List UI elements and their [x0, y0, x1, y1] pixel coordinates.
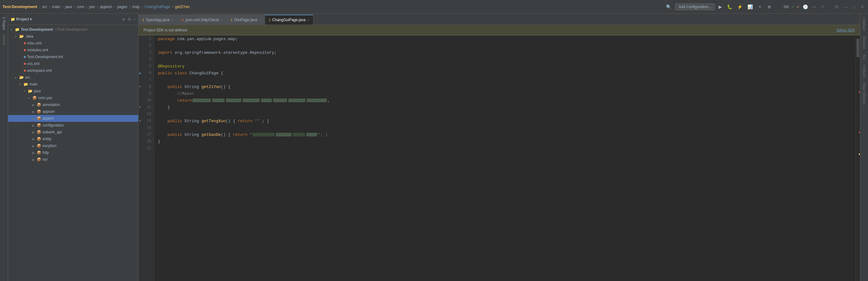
tree-item-configuration[interactable]: ▶ 📦 configuration: [8, 122, 138, 129]
sidebar-right-structure[interactable]: Structure: [862, 34, 866, 52]
redacted-1: [192, 99, 211, 102]
tree-label-ocr: ocr: [42, 157, 48, 162]
coverage-icon[interactable]: ⚡: [736, 4, 744, 10]
tab-pom[interactable]: m pom.xml (httpClient) ×: [177, 15, 226, 25]
panel-gear-icon[interactable]: ⚙: [127, 17, 131, 22]
tree-item-workspace[interactable]: ■ workspace.xml: [8, 67, 138, 74]
tree-label-excption: excption: [42, 144, 57, 148]
ln-9: 9: [138, 90, 154, 97]
project-panel: 📁 Project ▾ ⊕ ⚙ − ▾ 📁 Test-Development ~…: [8, 14, 138, 281]
sidebar-right-database[interactable]: Database: [862, 15, 866, 33]
tree-root-path: ~/Test-Development: [54, 27, 87, 32]
tab-icon-ditu: J: [230, 18, 232, 22]
breadcrumb-pages[interactable]: pages: [117, 5, 127, 9]
tree-label-workspace: workspace.xml: [27, 68, 52, 73]
git-revert-icon[interactable]: ↩: [811, 4, 817, 10]
tree-item-misc[interactable]: ■ misc.xml: [8, 40, 138, 47]
fold-icon-11[interactable]: ▼: [139, 106, 141, 109]
fold-icon-8[interactable]: ▼: [139, 85, 141, 89]
run-icon[interactable]: ▶: [717, 4, 723, 10]
tree-item-root[interactable]: ▾ 📁 Test-Development ~/Test-Development: [8, 26, 138, 33]
tree-item-modules[interactable]: ■ modules.xml: [8, 47, 138, 53]
sidebar-right-ant[interactable]: Ant: [862, 52, 866, 61]
project-dropdown-icon[interactable]: 📁: [10, 17, 15, 22]
minimize-button[interactable]: —: [842, 4, 849, 10]
ln-17: 17: [138, 131, 154, 138]
tree-item-idea[interactable]: ▾ 📂 .idea: [8, 33, 138, 40]
tree-item-iml[interactable]: ■ Test-Development.iml: [8, 53, 138, 60]
code-line-16: [154, 124, 856, 131]
breadcrumb-class[interactable]: ChangGuiPage: [145, 5, 170, 9]
git-check-icon[interactable]: ✓: [792, 5, 795, 9]
tree-item-vcs[interactable]: ■ vcs.xml: [8, 60, 138, 67]
tree-item-http[interactable]: ▶ 📦 http: [8, 149, 138, 156]
tree-root-label: Test-Development: [21, 27, 53, 32]
git-push-icon[interactable]: ↗: [819, 4, 826, 10]
sdk-warning-text: Project SDK is not defined: [144, 28, 837, 32]
git-history-icon[interactable]: 🕐: [802, 4, 809, 10]
search-everywhere-icon[interactable]: 🔍: [665, 4, 673, 10]
breadcrumb-method[interactable]: getZiYan: [175, 5, 189, 9]
breadcrumb-java[interactable]: java: [65, 5, 72, 9]
panel-add-icon[interactable]: ⊕: [122, 17, 125, 22]
git-warning-icon[interactable]: ✓: [797, 5, 800, 9]
editor-scrollbar[interactable]: [856, 35, 860, 281]
code-editor[interactable]: 1 2 3 4 5 6 ◉ 7 8 ▼ 9 10 11 ▼: [138, 35, 860, 281]
fold-icon-13[interactable]: ▼: [139, 119, 141, 123]
redacted-gaode-1: [253, 133, 275, 137]
tab-close-ditu[interactable]: ×: [259, 18, 261, 22]
code-content[interactable]: package com.yan.appium.pages.map; import…: [154, 35, 856, 281]
project-dropdown-arrow[interactable]: ▾: [30, 17, 32, 22]
project-name: Test-Development: [2, 4, 37, 9]
tree-item-ocr[interactable]: ▶ 📦 ocr: [8, 156, 138, 163]
tab-changui[interactable]: J ChangGuiPage.java ×: [265, 15, 313, 25]
sidebar-item-commit[interactable]: Commit: [2, 32, 6, 47]
setup-sdk-button[interactable]: Setup SDK: [837, 28, 855, 32]
tree-item-aspect[interactable]: ▶ 📦 aspect: [8, 115, 138, 122]
sidebar-right-bean[interactable]: Bean Validation: [862, 81, 866, 107]
panel-collapse-icon[interactable]: −: [133, 17, 136, 22]
profile-icon[interactable]: 📊: [746, 4, 754, 10]
tab-ditu[interactable]: J DituPage.java ×: [227, 15, 265, 25]
tab-close-changui[interactable]: ×: [308, 18, 309, 22]
gutter-icon-6[interactable]: ◉: [139, 72, 141, 75]
breadcrumb-main[interactable]: main: [52, 5, 60, 9]
tab-label-changui: ChangGuiPage.java: [272, 18, 305, 22]
debug-icon[interactable]: 🐛: [726, 4, 734, 10]
tree-item-java[interactable]: ▾ 📂 java: [8, 88, 138, 94]
breadcrumb-appium[interactable]: appium: [100, 5, 112, 9]
redacted-gaode-4: [306, 133, 317, 137]
scrollbar-thumb[interactable]: [857, 38, 859, 57]
sidebar-right-maven[interactable]: m Maven: [862, 62, 866, 80]
maximize-button[interactable]: □: [852, 4, 857, 10]
tree-label-eabank: eabank_api: [42, 130, 62, 134]
ln-5: 5: [138, 63, 154, 69]
tree-label-annotation: annotation: [42, 103, 60, 107]
tree-item-appium[interactable]: ▶ 📦 appium: [8, 108, 138, 115]
stop-icon[interactable]: ⏹: [766, 4, 773, 10]
sidebar-item-project[interactable]: 1: Project: [2, 15, 6, 32]
breadcrumb-yan[interactable]: yan: [89, 5, 95, 9]
tree-item-excption[interactable]: ▶ 📦 excption: [8, 142, 138, 149]
tree-label-main: main: [30, 82, 38, 86]
close-button[interactable]: ✕: [859, 4, 866, 10]
add-configuration-button[interactable]: Add Configuration...: [675, 3, 715, 10]
settings-icon[interactable]: ⚙: [834, 4, 840, 10]
tab-close-openapp[interactable]: ×: [172, 18, 173, 22]
tree-item-annotation[interactable]: ▶ 📦 annotation: [8, 101, 138, 108]
tab-close-pom[interactable]: ×: [221, 18, 223, 22]
tree-item-main[interactable]: ▾ 📂 main: [8, 81, 138, 88]
tab-openapp[interactable]: J OpenApp.java ×: [138, 15, 177, 25]
tree-label-vcs: vcs.xml: [27, 61, 39, 66]
dropdown-icon[interactable]: ▼: [756, 4, 763, 10]
tree-item-entity[interactable]: ▶ 📦 entity: [8, 136, 138, 142]
tree-item-eabank[interactable]: ▶ 📦 eabank_api: [8, 129, 138, 136]
tree-item-comyan[interactable]: ▾ 📦 com.yan: [8, 94, 138, 101]
breadcrumb-com[interactable]: com: [77, 5, 84, 9]
tree-item-src[interactable]: ▾ 📂 src: [8, 74, 138, 81]
ln-10: 10: [138, 97, 154, 104]
breadcrumb-map[interactable]: map: [132, 5, 140, 9]
code-line-20: }: [154, 138, 856, 145]
breadcrumb-src[interactable]: src: [42, 5, 47, 9]
redacted-gaode-2: [276, 133, 291, 137]
